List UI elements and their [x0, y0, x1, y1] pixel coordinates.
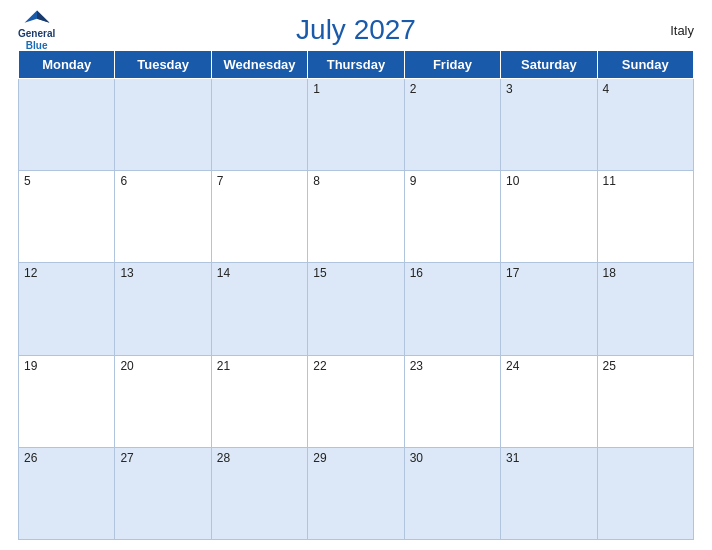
day-number: 16	[410, 266, 423, 280]
calendar-cell: 16	[404, 263, 500, 355]
day-number: 4	[603, 82, 610, 96]
weekday-header-sunday: Sunday	[597, 51, 693, 79]
day-number: 11	[603, 174, 616, 188]
day-number: 1	[313, 82, 320, 96]
calendar-cell: 24	[501, 355, 597, 447]
day-number: 12	[24, 266, 37, 280]
day-number: 17	[506, 266, 519, 280]
day-number: 22	[313, 359, 326, 373]
calendar-cell: 23	[404, 355, 500, 447]
calendar-cell: 4	[597, 79, 693, 171]
day-number: 31	[506, 451, 519, 465]
day-number: 25	[603, 359, 616, 373]
calendar-cell: 31	[501, 447, 597, 539]
weekday-header-thursday: Thursday	[308, 51, 404, 79]
day-number: 15	[313, 266, 326, 280]
day-number: 19	[24, 359, 37, 373]
calendar-cell: 12	[19, 263, 115, 355]
day-number: 24	[506, 359, 519, 373]
calendar-cell: 11	[597, 171, 693, 263]
weekday-header-row: MondayTuesdayWednesdayThursdayFridaySatu…	[19, 51, 694, 79]
weekday-header-wednesday: Wednesday	[211, 51, 307, 79]
country-label: Italy	[670, 23, 694, 38]
day-number: 13	[120, 266, 133, 280]
day-number: 9	[410, 174, 417, 188]
logo-general: General	[18, 28, 55, 40]
calendar-cell: 8	[308, 171, 404, 263]
weekday-header-saturday: Saturday	[501, 51, 597, 79]
day-number: 26	[24, 451, 37, 465]
calendar-cell: 22	[308, 355, 404, 447]
weekday-header-tuesday: Tuesday	[115, 51, 211, 79]
calendar-table: MondayTuesdayWednesdayThursdayFridaySatu…	[18, 50, 694, 540]
day-number: 5	[24, 174, 31, 188]
calendar-cell: 17	[501, 263, 597, 355]
logo: General Blue	[18, 9, 55, 52]
calendar-cell	[115, 79, 211, 171]
day-number: 27	[120, 451, 133, 465]
day-number: 3	[506, 82, 513, 96]
day-number: 23	[410, 359, 423, 373]
weekday-header-monday: Monday	[19, 51, 115, 79]
calendar-cell: 15	[308, 263, 404, 355]
day-number: 20	[120, 359, 133, 373]
day-number: 29	[313, 451, 326, 465]
calendar-cell: 9	[404, 171, 500, 263]
calendar-cell: 27	[115, 447, 211, 539]
calendar-cell: 14	[211, 263, 307, 355]
calendar-cell	[597, 447, 693, 539]
day-number: 14	[217, 266, 230, 280]
day-number: 10	[506, 174, 519, 188]
day-number: 2	[410, 82, 417, 96]
calendar-cell: 6	[115, 171, 211, 263]
calendar-header: General Blue July 2027 Italy	[18, 14, 694, 46]
calendar-cell: 26	[19, 447, 115, 539]
calendar-cell	[211, 79, 307, 171]
week-row-5: 262728293031	[19, 447, 694, 539]
logo-bird-icon	[23, 9, 51, 27]
calendar-cell: 10	[501, 171, 597, 263]
calendar-cell: 30	[404, 447, 500, 539]
calendar-cell: 21	[211, 355, 307, 447]
month-title: July 2027	[296, 14, 416, 46]
day-number: 28	[217, 451, 230, 465]
calendar-cell: 13	[115, 263, 211, 355]
calendar-cell: 28	[211, 447, 307, 539]
day-number: 8	[313, 174, 320, 188]
day-number: 18	[603, 266, 616, 280]
calendar-cell: 29	[308, 447, 404, 539]
day-number: 6	[120, 174, 127, 188]
calendar-cell	[19, 79, 115, 171]
calendar-cell: 18	[597, 263, 693, 355]
day-number: 21	[217, 359, 230, 373]
calendar-cell: 1	[308, 79, 404, 171]
calendar-cell: 3	[501, 79, 597, 171]
calendar-cell: 19	[19, 355, 115, 447]
calendar-cell: 5	[19, 171, 115, 263]
calendar-cell: 7	[211, 171, 307, 263]
day-number: 30	[410, 451, 423, 465]
svg-marker-1	[37, 10, 49, 22]
week-row-4: 19202122232425	[19, 355, 694, 447]
calendar-cell: 2	[404, 79, 500, 171]
day-number: 7	[217, 174, 224, 188]
week-row-1: 1234	[19, 79, 694, 171]
week-row-3: 12131415161718	[19, 263, 694, 355]
calendar-cell: 20	[115, 355, 211, 447]
logo-blue: Blue	[26, 40, 48, 52]
calendar-cell: 25	[597, 355, 693, 447]
week-row-2: 567891011	[19, 171, 694, 263]
weekday-header-friday: Friday	[404, 51, 500, 79]
